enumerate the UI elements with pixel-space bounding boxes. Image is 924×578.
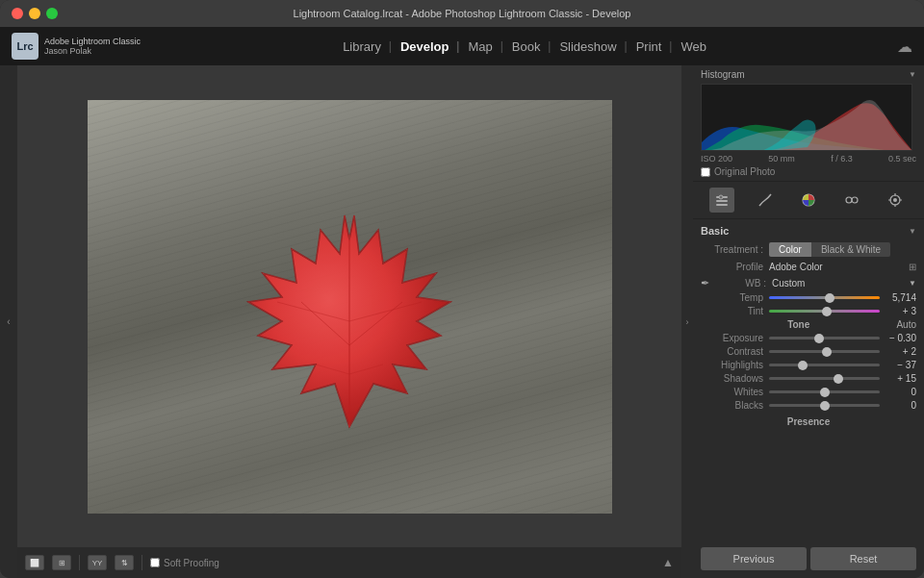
histogram-section: Histogram ▼ — [693, 65, 924, 182]
reset-button[interactable]: Reset — [810, 547, 916, 570]
histogram-title: Histogram — [701, 69, 745, 80]
original-photo-checkbox[interactable] — [701, 167, 710, 177]
cloud-icon[interactable]: ☁ — [897, 38, 912, 56]
center-area: ⬜ ⊞ YY ⇅ Soft Proofing ▲ — [17, 65, 681, 578]
basic-section-header: Basic ▼ — [701, 225, 916, 237]
svg-rect-9 — [716, 204, 728, 206]
previous-button[interactable]: Previous — [701, 547, 807, 570]
nav-book[interactable]: Book — [502, 39, 551, 54]
basic-adjustments-tool[interactable] — [709, 188, 734, 213]
contrast-slider-row: Contrast + 2 — [701, 346, 916, 357]
nav-print[interactable]: Print — [627, 39, 672, 54]
detail-tool[interactable] — [883, 188, 908, 213]
shadows-slider[interactable] — [769, 377, 880, 380]
tone-auto-button[interactable]: Auto — [896, 319, 916, 330]
svg-rect-8 — [716, 200, 728, 202]
right-panel: Histogram ▼ — [693, 65, 924, 578]
profile-value: Adobe Color — [769, 262, 905, 272]
profile-label: Profile — [701, 262, 763, 272]
contrast-value: + 2 — [886, 346, 916, 357]
before-after-button[interactable]: YY — [88, 555, 107, 570]
basic-section-title: Basic — [701, 225, 729, 237]
bottom-toolbar: ⬜ ⊞ YY ⇅ Soft Proofing ▲ — [17, 547, 681, 578]
highlights-label: Highlights — [701, 360, 763, 370]
wb-dropdown-arrow[interactable]: ▼ — [909, 279, 916, 288]
temp-thumb[interactable] — [825, 293, 834, 303]
main-content: ‹ — [0, 65, 924, 578]
wb-value: Custom — [772, 278, 909, 289]
temp-slider[interactable] — [769, 296, 880, 299]
highlights-thumb[interactable] — [798, 361, 808, 370]
basic-section-arrow[interactable]: ▼ — [909, 227, 916, 236]
exposure-value: − 0.30 — [886, 333, 916, 343]
wb-label: WB : — [713, 278, 766, 289]
tone-header: Tone Auto — [701, 319, 916, 330]
lrc-badge: Lrc — [12, 33, 38, 60]
nav-map[interactable]: Map — [458, 39, 501, 54]
view-mode-button[interactable]: ⊞ — [52, 555, 71, 570]
focal-value: 50 mm — [768, 154, 795, 163]
shadows-label: Shadows — [701, 373, 763, 384]
whites-slider[interactable] — [769, 390, 880, 393]
shadows-thumb[interactable] — [834, 374, 843, 384]
blacks-slider[interactable] — [769, 404, 880, 407]
histogram-header: Histogram ▼ — [701, 69, 916, 80]
histogram-arrow[interactable]: ▼ — [909, 70, 916, 79]
original-photo-label: Original Photo — [714, 166, 775, 177]
tint-slider-row: Tint + 3 — [701, 306, 916, 316]
whites-label: Whites — [701, 387, 763, 397]
color-treatment-button[interactable]: Color — [769, 242, 811, 257]
nav-web[interactable]: Web — [671, 39, 716, 54]
contrast-thumb[interactable] — [822, 347, 832, 357]
nav-slideshow[interactable]: Slideshow — [550, 39, 626, 54]
nav-develop[interactable]: Develop — [391, 39, 459, 54]
svg-point-15 — [893, 198, 897, 202]
tint-thumb[interactable] — [822, 307, 832, 316]
bw-treatment-button[interactable]: Black & White — [811, 242, 890, 257]
crop-tool-button[interactable]: ⬜ — [25, 555, 44, 570]
orientation-button[interactable]: ⇅ — [115, 555, 134, 570]
maximize-button[interactable] — [46, 8, 58, 19]
highlights-slider[interactable] — [769, 364, 880, 366]
soft-proofing-input[interactable] — [150, 558, 160, 567]
window-title: Lightroom Catalog.lrcat - Adobe Photosho… — [294, 8, 631, 19]
close-button[interactable] — [12, 8, 23, 19]
right-panel-tab[interactable]: › — [681, 65, 693, 578]
wb-eyedropper-tool[interactable]: ✒ — [701, 277, 709, 289]
photo-viewer — [17, 65, 681, 547]
histogram-meta: ISO 200 50 mm f / 6.3 0.5 sec — [701, 154, 916, 163]
color-grading-tool[interactable] — [839, 188, 864, 213]
app-window: Lightroom Catalog.lrcat - Adobe Photosho… — [0, 0, 924, 578]
soft-proofing-checkbox[interactable]: Soft Proofing — [150, 558, 219, 568]
minimize-button[interactable] — [29, 8, 40, 19]
left-panel-toggle[interactable]: ‹ — [7, 316, 10, 327]
treatment-label: Treatment : — [701, 244, 763, 255]
exposure-slider[interactable] — [769, 337, 880, 339]
app-name: Adobe Lightroom Classic — [44, 37, 141, 46]
temp-slider-row: Temp 5,714 — [701, 292, 916, 303]
whites-thumb[interactable] — [820, 388, 830, 397]
blacks-label: Blacks — [701, 400, 763, 411]
blacks-thumb[interactable] — [820, 401, 830, 411]
highlights-slider-row: Highlights − 37 — [701, 360, 916, 370]
toolbar-sep-2 — [141, 555, 142, 570]
photo-container — [88, 100, 612, 514]
nav-library[interactable]: Library — [333, 39, 391, 54]
soft-proofing-label: Soft Proofing — [164, 558, 219, 568]
bottom-buttons: Previous Reset — [693, 540, 924, 578]
contrast-slider[interactable] — [769, 350, 880, 353]
tone-curve-tool[interactable] — [753, 188, 778, 213]
exposure-thumb[interactable] — [814, 334, 824, 343]
tint-value: + 3 — [886, 306, 916, 316]
tint-label: Tint — [701, 306, 763, 316]
svg-point-10 — [719, 195, 723, 199]
shadows-slider-row: Shadows + 15 — [701, 373, 916, 384]
filmstrip-toggle[interactable]: ▲ — [662, 556, 674, 569]
hsl-tool[interactable] — [796, 188, 821, 213]
profile-grid-icon[interactable]: ⊞ — [909, 262, 916, 272]
exposure-label: Exposure — [701, 333, 763, 343]
tint-slider[interactable] — [769, 310, 880, 313]
svg-point-12 — [846, 197, 852, 203]
profile-row: Profile Adobe Color ⊞ — [701, 262, 916, 272]
leaf-image — [167, 143, 532, 470]
